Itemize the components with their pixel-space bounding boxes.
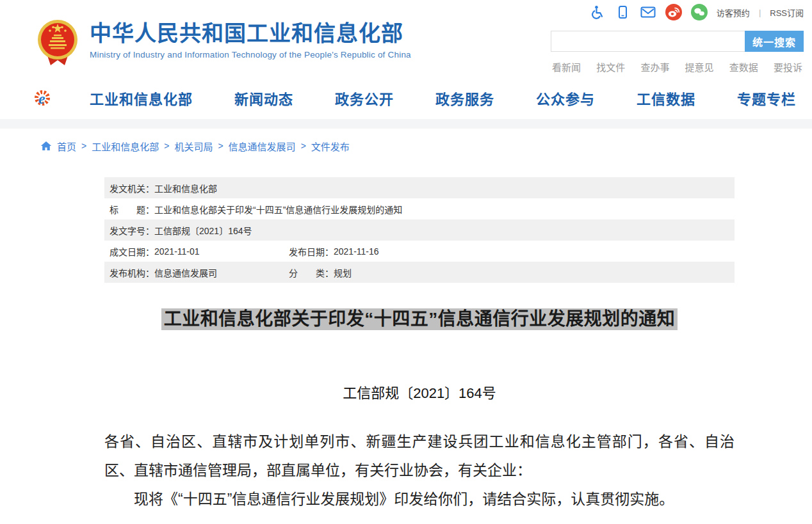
- nav-divider-strip: [0, 119, 812, 129]
- article-body: 各省、自治区、直辖市及计划单列市、新疆生产建设兵团工业和信息化主管部门，各省、自…: [104, 427, 735, 514]
- meta-row-doc-number: 发文字号： 工信部规〔2021〕164号: [104, 219, 735, 241]
- search-input[interactable]: [551, 31, 745, 52]
- nav-item-news[interactable]: 新闻动态: [234, 88, 293, 108]
- site-subtitle: Ministry of Industry and Information Tec…: [90, 50, 411, 60]
- meta-label: 发布日期：: [289, 245, 334, 258]
- quick-link-complaint[interactable]: 要投诉: [774, 60, 802, 74]
- svg-text:e: e: [38, 90, 45, 107]
- meta-value: 规划: [334, 266, 352, 279]
- topbar-divider: |: [759, 8, 761, 17]
- document-content: 发文机关： 工业和信息化部 标 题： 工业和信息化部关于印发“十四五”信息通信行…: [104, 177, 735, 514]
- national-emblem-icon: [37, 17, 79, 68]
- meta-row-title: 标 题： 工业和信息化部关于印发“十四五”信息通信行业发展规划的通知: [104, 198, 735, 219]
- meta-value: 信息通信发展司: [154, 266, 217, 279]
- meta-label: 标 题：: [110, 203, 154, 216]
- quick-links: 看新闻 找文件 查办事 提意见 查数据 要投诉: [551, 60, 804, 74]
- nav-item-miit-data[interactable]: 工信数据: [637, 88, 695, 108]
- quick-link-documents[interactable]: 找文件: [596, 60, 625, 74]
- article-paragraph-recipients: 各省、自治区、直辖市及计划单列市、新疆生产建设兵团工业和信息化主管部门，各省、自…: [104, 427, 735, 485]
- breadcrumb-separator: >: [164, 141, 169, 151]
- meta-row-issuing-agency: 发文机关： 工业和信息化部: [104, 177, 735, 198]
- search-cluster: 统一搜索 看新闻 找文件 查办事 提意见 查数据 要投诉: [551, 31, 804, 74]
- article-title: 工业和信息化部关于印发“十四五”信息通信行业发展规划的通知: [161, 308, 678, 330]
- unified-search-button[interactable]: 统一搜索: [745, 31, 804, 52]
- article-paragraph-notice: 现将《“十四五”信息通信行业发展规划》印发给你们，请结合实际，认真贯彻实施。: [104, 485, 735, 514]
- breadcrumb-miit[interactable]: 工业和信息化部: [92, 139, 159, 153]
- meta-row-dates: 成文日期： 2021-11-01 发布日期： 2021-11-16: [104, 241, 735, 262]
- breadcrumb-document-release[interactable]: 文件发布: [311, 139, 350, 153]
- meta-label: 发文字号：: [110, 224, 154, 237]
- utility-bar: 访客预约 | RSS订阅: [589, 4, 804, 20]
- meta-value: 工信部规〔2021〕164号: [154, 224, 252, 237]
- mobile-icon[interactable]: [614, 4, 631, 20]
- site-header: 中华人民共和国工业和信息化部 Ministry of Industry and …: [0, 0, 812, 77]
- weibo-icon[interactable]: [665, 4, 682, 20]
- quick-link-feedback[interactable]: 提意见: [685, 60, 714, 74]
- article-doc-number: 工信部规〔2021〕164号: [104, 381, 735, 402]
- home-icon[interactable]: [40, 141, 52, 151]
- nav-item-miit[interactable]: 工业和信息化部: [90, 88, 193, 108]
- quick-link-news[interactable]: 看新闻: [552, 60, 581, 74]
- wechat-icon[interactable]: [691, 4, 708, 20]
- meta-label: 发文机关：: [110, 182, 154, 195]
- page: 中华人民共和国工业和信息化部 Ministry of Industry and …: [0, 0, 812, 514]
- doc-meta-table: 发文机关： 工业和信息化部 标 题： 工业和信息化部关于印发“十四五”信息通信行…: [104, 177, 735, 283]
- meta-row-publisher-category: 发布机构： 信息通信发展司 分 类： 规划: [104, 262, 735, 283]
- breadcrumb-ict-development[interactable]: 信息通信发展司: [229, 139, 296, 153]
- mail-icon[interactable]: [640, 4, 656, 20]
- nav-items: 工业和信息化部 新闻动态 政务公开 政务服务 公众参与 工信数据 专题专栏: [0, 88, 812, 108]
- breadcrumb-home[interactable]: 首页: [57, 139, 76, 153]
- nav-item-special-columns[interactable]: 专题专栏: [737, 88, 796, 108]
- brand-text: 中华人民共和国工业和信息化部 Ministry of Industry and …: [90, 17, 411, 60]
- accessibility-icon[interactable]: [589, 4, 605, 20]
- breadcrumb-departments[interactable]: 机关司局: [174, 139, 213, 153]
- miit-e-logo-icon: e: [34, 87, 56, 109]
- meta-value: 工业和信息化部: [154, 182, 217, 195]
- breadcrumb-separator: >: [218, 141, 223, 151]
- quick-link-data[interactable]: 查数据: [729, 60, 758, 74]
- meta-value: 工业和信息化部关于印发“十四五”信息通信行业发展规划的通知: [154, 203, 402, 216]
- site-brand[interactable]: 中华人民共和国工业和信息化部 Ministry of Industry and …: [37, 17, 411, 68]
- meta-label: 分 类：: [289, 266, 334, 279]
- meta-label: 发布机构：: [110, 266, 154, 279]
- quick-link-services[interactable]: 查办事: [640, 60, 669, 74]
- rss-subscribe-link[interactable]: RSS订阅: [770, 6, 804, 19]
- breadcrumb: 首页 > 工业和信息化部 > 机关司局 > 信息通信发展司 > 文件发布: [0, 129, 812, 152]
- breadcrumb-separator: >: [81, 141, 86, 151]
- breadcrumb-separator: >: [301, 141, 306, 151]
- meta-label: 成文日期：: [110, 245, 154, 258]
- meta-value: 2021-11-01: [154, 246, 200, 257]
- visitor-appointment-link[interactable]: 访客预约: [717, 6, 750, 19]
- nav-item-public-participation[interactable]: 公众参与: [536, 88, 595, 108]
- nav-item-gov-disclosure[interactable]: 政务公开: [335, 88, 394, 108]
- nav-item-gov-services[interactable]: 政务服务: [435, 88, 494, 108]
- site-title: 中华人民共和国工业和信息化部: [90, 20, 411, 47]
- meta-value: 2021-11-16: [334, 246, 379, 257]
- main-nav: e 工业和信息化部 新闻动态 政务公开 政务服务 公众参与 工信数据 专题专栏: [0, 77, 812, 119]
